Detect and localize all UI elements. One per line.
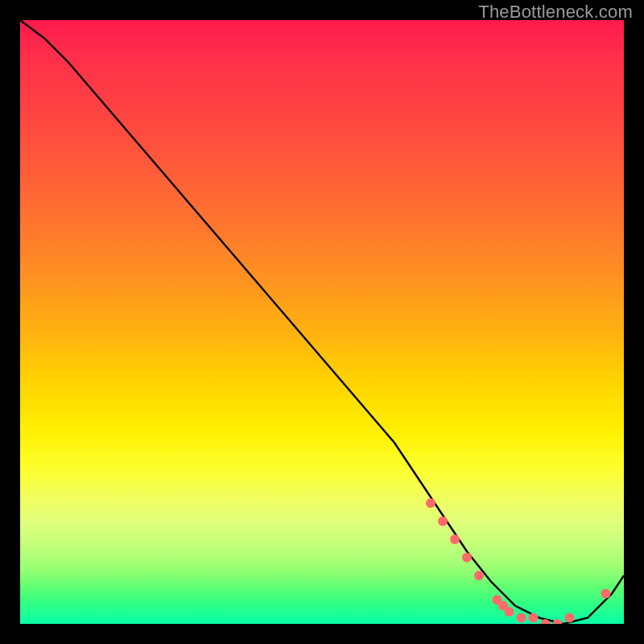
data-marker [553,619,563,624]
data-marker [426,498,436,508]
plot-area [20,20,624,624]
data-marker [438,517,448,526]
curve-layer [20,20,624,624]
data-marker [601,589,611,599]
marker-group [426,498,611,624]
data-marker [450,535,460,544]
bottleneck-curve [20,20,624,624]
data-marker [474,571,484,580]
data-marker [565,613,575,623]
data-marker [505,607,514,617]
data-marker [462,553,472,563]
chart-container: TheBottleneck.com [0,0,644,644]
data-marker [529,613,539,623]
data-marker [517,613,526,623]
